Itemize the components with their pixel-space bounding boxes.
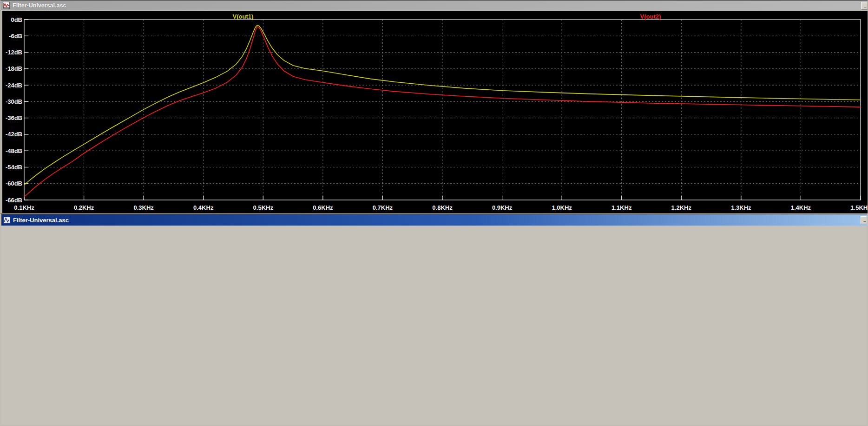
x-tick-label: 1.1KHz <box>612 204 632 211</box>
waveform-window-title: Filter-Universal.asc <box>13 2 66 9</box>
waveform-plot-area[interactable]: 0dB-6dB-12dB-18dB-24dB-30dB-36dB-42dB-48… <box>2 11 868 213</box>
x-tick-label: 0.8KHz <box>432 204 453 211</box>
schematic-titlebar[interactable]: Filter-Universal.asc _ <box>1 214 867 226</box>
y-tick-label: -30dB <box>6 98 22 105</box>
y-tick-label: -54dB <box>6 164 22 171</box>
y-tick-label: -18dB <box>6 65 22 72</box>
x-tick-label: 0.2KHz <box>74 204 94 211</box>
x-tick-label: 0.3KHz <box>133 204 154 211</box>
minimize-button[interactable]: _ <box>861 216 867 224</box>
plot-grid <box>24 20 861 200</box>
y-tick-label: -48dB <box>6 147 22 154</box>
x-tick-label: 0.6KHz <box>313 204 333 211</box>
waveform-titlebar[interactable]: Filter-Universal.asc _ <box>1 1 867 10</box>
y-tick-label: -60dB <box>6 180 22 187</box>
ltspice-desktop: Filter-Universal.asc _ 0dB-6dB-12dB-18dB… <box>0 0 868 426</box>
waveform-icon <box>3 2 10 9</box>
x-tick-label: 0.4KHz <box>193 204 214 211</box>
x-tick-label: 0.5KHz <box>253 204 274 211</box>
x-tick-label: 0.7KHz <box>373 204 393 211</box>
x-tick-label: 1.2KHz <box>671 204 692 211</box>
schematic-icon <box>3 217 10 224</box>
schematic-window-title: Filter-Universal.asc <box>13 217 69 224</box>
x-tick-label: 1.0KHz <box>552 204 572 211</box>
y-tick-label: -24dB <box>6 82 22 89</box>
y-axis: 0dB-6dB-12dB-18dB-24dB-30dB-36dB-42dB-48… <box>6 16 28 204</box>
x-tick-label: 1.5KHz <box>850 204 868 211</box>
schematic-window: Filter-Universal.asc _ R110kR21kR310kR41… <box>0 213 868 426</box>
waveform-window: Filter-Universal.asc _ 0dB-6dB-12dB-18dB… <box>0 0 868 213</box>
y-tick-label: -6dB <box>9 33 22 40</box>
x-tick-label: 0.1KHz <box>14 204 34 211</box>
legend-Vout2[interactable]: V(out2) <box>640 13 661 20</box>
y-tick-label: -36dB <box>6 114 22 121</box>
y-tick-label: -66dB <box>6 197 22 204</box>
x-axis: 0.1KHz0.2KHz0.3KHz0.4KHz0.5KHz0.6KHz0.7K… <box>14 196 868 211</box>
y-tick-label: -42dB <box>6 131 22 138</box>
legend-Vout1[interactable]: V(out1) <box>233 13 254 20</box>
x-tick-label: 0.9KHz <box>492 204 513 211</box>
y-tick-label: 0dB <box>11 16 22 23</box>
y-tick-label: -12dB <box>6 49 22 56</box>
minimize-button[interactable]: _ <box>861 2 867 10</box>
x-tick-label: 1.3KHz <box>731 204 751 211</box>
x-tick-label: 1.4KHz <box>791 204 811 211</box>
bode-plot: 0dB-6dB-12dB-18dB-24dB-30dB-36dB-42dB-48… <box>2 11 868 213</box>
